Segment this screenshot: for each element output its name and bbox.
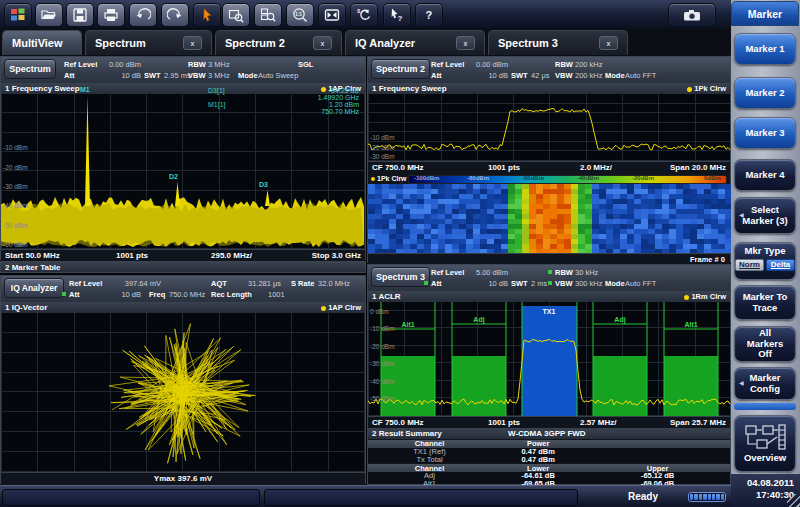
tab-label: Spectrum 2 [225, 37, 285, 49]
marker-m1-label: M1 [80, 86, 90, 93]
softkey-marker-1[interactable]: Marker 1 [734, 33, 796, 65]
tab-iq-analyzer[interactable]: IQ Analyzerx [345, 30, 485, 55]
screenshot-camera-icon[interactable] [668, 3, 716, 27]
overview-diagram-icon [744, 423, 786, 451]
softkey-select-marker[interactable]: ◀ Select Marker (3) [734, 197, 796, 234]
help-pointer-icon[interactable]: ? [383, 3, 411, 27]
trace-legend-label: 1AP Clrw [328, 303, 361, 312]
help-icon[interactable]: ? [415, 3, 443, 27]
spectrum1-trace [1, 94, 364, 249]
progress-bar [688, 492, 726, 502]
spectrum1-window: Spectrum Ref Level 0.00 dBm RBW 3 MHz SG… [0, 56, 366, 260]
zoom-area-icon[interactable] [222, 3, 250, 27]
window-title: 1 Frequency Sweep [5, 84, 80, 93]
tab-spectrum[interactable]: Spectrumx [85, 30, 212, 55]
y-tick: -60 dBm [3, 241, 28, 248]
softkey-partial-button[interactable] [734, 403, 796, 410]
redo-icon[interactable] [161, 3, 189, 27]
softkey-label: Marker Config [743, 373, 787, 395]
freq-value: 750.0 MHz [169, 290, 205, 299]
y-tick: -20 dBm [370, 144, 395, 151]
softkey-marker-config[interactable]: ◀ Marker Config [734, 367, 796, 400]
att-key: Att [431, 71, 441, 80]
spectrum2-header: Spectrum 2 Ref Level 0.00 dBm RBW 200 kH… [368, 57, 730, 84]
standard-label: W-CDMA 3GPP FWD [508, 429, 586, 438]
freq-key: Freq [149, 290, 165, 299]
swt-value: 2.95 ms [164, 71, 191, 80]
colorbar-tick: 0dBm [704, 175, 721, 181]
trace-legend-label: 1Rm Clrw [691, 292, 726, 301]
mkr-type-toggle: Norm Delta [735, 259, 795, 271]
aqt-value: 31.281 μs [248, 279, 281, 288]
marker-d2-label: D2 [169, 173, 178, 180]
print-icon[interactable] [97, 3, 125, 27]
colorbar-tick: -20dBm [632, 175, 654, 181]
ref-level-value: 0.00 dBm [466, 60, 508, 69]
center-freq: CF 750.0 MHz [372, 418, 424, 427]
softkey-all-markers-off[interactable]: All Markers Off [734, 326, 796, 362]
svg-text:S: S [357, 8, 361, 14]
iq-header: IQ Analyzer Ref Level 397.64 mV AQT 31.2… [1, 276, 365, 303]
tab-close-icon[interactable]: x [599, 36, 618, 50]
colorbar-tick: -80dBm [467, 175, 489, 181]
tab-close-icon[interactable]: x [456, 36, 475, 50]
svg-text:1:1: 1:1 [295, 12, 302, 17]
iq-channel-button[interactable]: IQ Analyzer [4, 278, 64, 298]
zoom-one-to-one-icon[interactable]: 1:1 [286, 3, 314, 27]
ymax-label: Ymax 397.6 mV [154, 474, 212, 483]
softkey-mkr-type[interactable]: Mkr Type Norm Delta [734, 242, 796, 280]
tab-close-icon[interactable]: x [313, 36, 332, 50]
status-left-box [2, 489, 260, 506]
display-window-icon[interactable] [318, 3, 346, 27]
tab-spectrum-3[interactable]: Spectrum 3x [488, 30, 628, 55]
softkey-marker-2[interactable]: Marker 2 [734, 77, 796, 109]
tab-multiview[interactable]: MultiView [2, 30, 82, 55]
time-label: 17:40:30 [731, 489, 794, 501]
aqt-key: AQT [211, 279, 227, 288]
date-label: 04.08.2011 [731, 477, 794, 489]
result-summary-table: Channel Power TX1 (Ref) 0.47 dBm Tx Tota… [368, 439, 730, 484]
ready-indicator: Ready [628, 491, 658, 502]
softkey-marker-4[interactable]: Marker 4 [734, 159, 796, 191]
status-bar: Ready [0, 485, 731, 507]
frame-counter: Frame # 0 [690, 255, 725, 264]
marker-table-bar[interactable]: 2 Marker Table [0, 261, 366, 273]
readout-m1-name: M1[1] [208, 101, 226, 108]
spectrogram-colorbar [408, 175, 727, 184]
trace-legend-label: 1Pk Clrw [694, 84, 726, 93]
softkey-marker-to-trace[interactable]: Marker To Trace [734, 285, 796, 320]
srate-key: S Rate [291, 279, 314, 288]
mkr-type-norm[interactable]: Norm [735, 259, 764, 271]
swt-key: SWT [144, 71, 161, 80]
select-pointer-icon[interactable] [193, 3, 221, 27]
vbw-value: 300 kHz [575, 279, 603, 288]
readout-m1-freq: 750.70 MHz [247, 108, 359, 115]
tab-close-icon[interactable]: x [183, 36, 202, 50]
softkey-label: Overview [744, 453, 786, 464]
y-tick: -20 dBm [370, 343, 395, 350]
spectrum3-channel-button[interactable]: Spectrum 3 [371, 267, 430, 287]
mkr-type-delta[interactable]: Delta [766, 259, 795, 271]
spectrum1-channel-button[interactable]: Spectrum [4, 59, 56, 79]
marker-d3-label: D3 [259, 181, 268, 188]
windows-logo-icon[interactable] [4, 3, 32, 27]
colorbar-tick: -40dBm [577, 175, 599, 181]
softkey-overview[interactable]: Overview [734, 415, 796, 472]
zoom-overview-icon[interactable] [254, 3, 282, 27]
vbw-value: 3 MHz [208, 71, 230, 80]
tab-label: MultiView [12, 37, 63, 49]
softkey-marker-3[interactable]: Marker 3 [734, 117, 796, 149]
y-tick: -30 dBm [370, 360, 395, 367]
open-file-icon[interactable] [35, 3, 63, 27]
trace-legend: 1Pk Clrw [687, 84, 726, 93]
continuous-sweep-icon[interactable]: S [350, 3, 378, 27]
undo-icon[interactable] [129, 3, 157, 27]
save-icon[interactable] [66, 3, 94, 27]
tab-spectrum-2[interactable]: Spectrum 2x [215, 30, 342, 55]
trace-legend: 1AP Clrw [321, 303, 361, 312]
spectrum2-channel-button[interactable]: Spectrum 2 [371, 59, 430, 79]
mode-key: Mode [605, 279, 625, 288]
marker-table-title: 2 Marker Table [5, 263, 60, 272]
adj-left-label: Adj [464, 316, 494, 323]
spectrum3-window: Spectrum 3 Ref Level 5.00 dBm RBW 30 kHz… [367, 264, 731, 485]
